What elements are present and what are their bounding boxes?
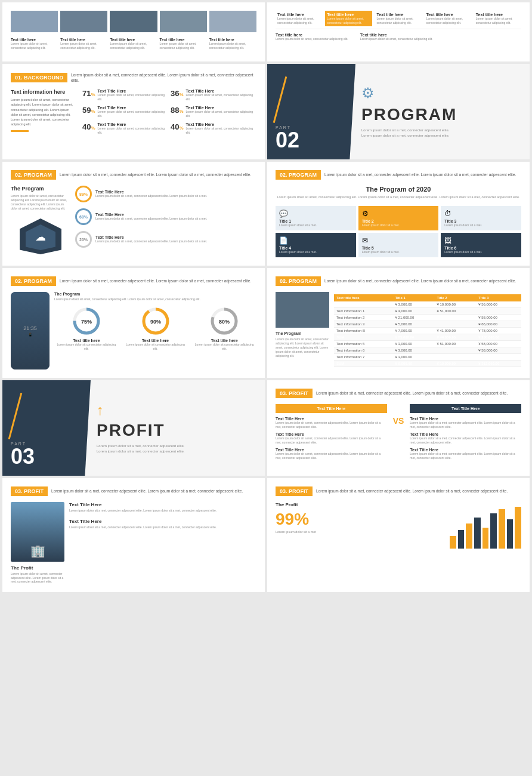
gallery-thumb: [160, 11, 207, 32]
table-cell: ¥ 58,000.00: [476, 341, 521, 347]
table-cell: Text information B: [334, 328, 393, 334]
vs-item-title: Text Title Here: [410, 448, 521, 452]
section-desc: Lorem ipsum dolor sit a met, connecter a…: [60, 278, 256, 284]
gallery-item: Text title here Lorem ipsum dolor sit am…: [60, 36, 107, 50]
bar: [474, 518, 481, 549]
stat-desc: Lorem ipsum dolor sit amet, consectetur …: [186, 110, 256, 118]
section-label: 01. BACKGROUND: [11, 73, 67, 82]
card-icon: 💬: [279, 210, 352, 218]
stat-item: 71% Text Title Here Lorem ipsum dolor si…: [82, 89, 168, 101]
circle-desc: Lorem ipsum dolor sit consectetur adipis…: [123, 343, 188, 350]
slide-background: 01. BACKGROUND Lorem ipsum dolor sit a m…: [2, 64, 265, 159]
gallery-desc: Lorem ipsum dolor sit amet, consectetur …: [60, 42, 107, 50]
card-desc: Lorem ipsum dolor sit a met.: [444, 250, 518, 254]
table-row: ¥ 3,000.00 ¥ 10,000.00 ¥ 56,000.00: [334, 301, 521, 308]
card-desc: Lorem ipsum dolor sit amet, consectetur …: [376, 17, 420, 24]
card-title: Title 2: [362, 219, 435, 223]
gallery-thumb: [209, 11, 256, 32]
table-cell: ¥ 58,000.00: [476, 347, 521, 354]
table-cell: ¥ 9,000.00: [393, 361, 435, 367]
table-cell: [434, 354, 476, 361]
text-block: Text Title Here Lorem ipsum dolor sit a …: [69, 519, 256, 529]
stat-pct: 36%: [171, 89, 184, 98]
profit-desc: Lorem ipsum dolor sit a met, connecter a…: [11, 572, 64, 584]
stat-desc: Lorem ipsum dolor sit amet, consectetur …: [186, 127, 256, 134]
card-title: Title 6: [444, 246, 518, 250]
gallery-item: [11, 11, 58, 32]
prog-title: Text Title Here: [95, 213, 207, 217]
slide-gallery-left: Text title here Lorem ipsum dolor sit am…: [2, 2, 265, 61]
card-desc: Lorem ipsum dolor sit amet, consectetur …: [327, 17, 370, 24]
vs-item-desc: Lorem ipsum dolor sit a met, connecter a…: [410, 436, 521, 444]
gallery-desc: Lorem ipsum dolor sit amet, consectetur …: [110, 42, 157, 50]
text-title: Text Title Here: [69, 519, 256, 524]
table-row: Text information 7 ¥ 3,000.00: [334, 354, 521, 361]
gallery-title: Text title here: [160, 38, 207, 42]
table-cell: ¥ 312,000.00: [476, 361, 521, 367]
bar: [490, 513, 497, 549]
vs-item: Text Title Here Lorem ipsum dolor sit a …: [410, 432, 521, 444]
stat-item: 40% Text Title Here Lorem ipsum dolor si…: [82, 122, 168, 134]
text-block: Text Title Here Lorem ipsum dolor sit a …: [69, 502, 256, 513]
bar: [466, 524, 472, 549]
stat-item: 36% Text Title Here Lorem ipsum dolor si…: [171, 89, 256, 101]
highlight-bar: [11, 130, 29, 132]
stat-title: Text Title Here: [98, 106, 168, 110]
program-title: The Program: [54, 292, 256, 296]
part-title: PROGRAM: [361, 105, 518, 124]
table-cell: ¥ 3,000.00: [393, 301, 435, 308]
circle-label: Text title here: [123, 338, 188, 343]
card-title: Title 1: [279, 219, 352, 223]
vs-item: Text Title Here Lorem ipsum dolor sit a …: [276, 432, 387, 444]
stat-item: 40% Text Title Here Lorem ipsum dolor si…: [171, 122, 256, 134]
vs-item: Text Title Here Lorem ipsum dolor sit a …: [410, 417, 521, 429]
prog-card: 💬 Title 1 Lorem ipsum dolor sit a met.: [276, 206, 356, 230]
table-cell: Text information 1: [334, 308, 393, 315]
card-title: Text title here: [327, 13, 370, 17]
section-label: 03. PROFIT: [276, 486, 313, 496]
slide-profit-building: 03. PROFIT Lorem ipsum dolor sit a met, …: [2, 478, 265, 592]
stat-pct: 88%: [171, 106, 184, 115]
card-desc: Lorem ipsum dolor sit amet, consectetur …: [476, 17, 519, 24]
table-cell: ¥ 78,000.00: [476, 328, 521, 334]
gallery-title: Text title here: [209, 38, 256, 42]
prog-card: ✉ Title 5 Lorem ipsum dolor sit a met.: [358, 233, 439, 257]
text-card: Text title here Lorem ipsum dolor sit am…: [474, 11, 521, 26]
table-cell: ¥ 3,000.00: [393, 341, 435, 347]
prog-title: Text Title Here: [95, 190, 207, 194]
text-title: Text Title Here: [69, 502, 256, 507]
gallery-item: Text title here Lorem ipsum dolor sit am…: [110, 36, 157, 50]
slide-table: 02. PROGRAM Lorem ipsum dolor sit a met,…: [267, 268, 530, 378]
card-icon: 📄: [279, 236, 352, 245]
gallery-title: Text title here: [60, 38, 107, 42]
pct-desc: Lorem ipsum dolor sit a met: [276, 530, 445, 534]
stat-pct: 40%: [171, 122, 184, 131]
gallery-item: [209, 11, 256, 32]
table-header: Title 2: [434, 294, 476, 301]
bar: [515, 507, 521, 549]
vs-item-desc: Lorem ipsum dolor sit a met, connecter a…: [410, 452, 521, 460]
section-desc: Lorem ipsum dolor sit a met, connecter a…: [324, 278, 521, 284]
vs-right-col: Text Title Here Text Title Here Lorem ip…: [410, 404, 521, 460]
table-cell: Text information 6: [334, 347, 393, 354]
slide-part02: PART 02 ⚙ PROGRAM Lorem ipsum dolor sit …: [267, 64, 530, 159]
bottom-card: Text title here Lorem ipsum dolor sit am…: [276, 33, 348, 41]
circle-desc: Lorem ipsum dolor sit consectetur adipis…: [54, 343, 119, 350]
table-cell: ¥ 3,000.00: [393, 354, 435, 361]
circle-label: Text title here: [192, 338, 256, 343]
table-cell: [434, 321, 476, 328]
stat-title: Text Title Here: [98, 122, 168, 127]
gallery-item: Text title here Lorem ipsum dolor sit am…: [11, 36, 58, 50]
table-cell: ¥ 5,000.00: [393, 321, 435, 328]
card-title: Title 3: [444, 219, 518, 223]
card-desc: Lorem ipsum dolor sit amet, consectetur …: [360, 37, 433, 41]
svg-text:☁: ☁: [35, 231, 46, 243]
table-cell: SUM: [334, 361, 393, 367]
gallery-item: Text title here Lorem ipsum dolor sit am…: [209, 36, 256, 50]
vs-col1-header: Text Title Here: [276, 404, 387, 413]
table-row: Text information 5 ¥ 3,000.00 ¥ 51,000.0…: [334, 341, 521, 347]
text-card-highlighted: Text title here Lorem ipsum dolor sit am…: [325, 11, 372, 26]
gallery-item: [110, 11, 157, 32]
circle-stat: 80% Text title here Lorem ipsum dolor si…: [192, 306, 256, 350]
stat-item: 88% Text Title Here Lorem ipsum dolor si…: [171, 106, 256, 118]
